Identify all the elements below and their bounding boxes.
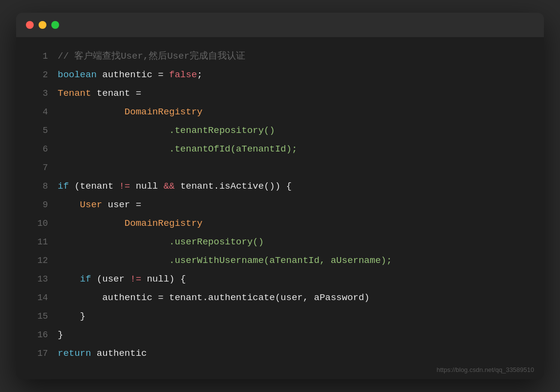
line-number: 13 <box>31 270 48 288</box>
code-token: tenant.isActive()) { <box>174 181 291 192</box>
line-number: 8 <box>31 177 48 196</box>
line-content: boolean authentic = false; <box>58 65 202 84</box>
code-token: .tenantOfId(aTenantId); <box>58 144 297 154</box>
code-token: return <box>58 348 91 359</box>
watermark: https://blog.csdn.net/qq_33589510 <box>437 366 535 373</box>
code-window: 1// 客户端查找User,然后User完成自我认证2boolean authe… <box>16 13 544 379</box>
line-content: } <box>58 307 86 326</box>
code-line: 11 .userRepository() <box>31 233 529 251</box>
code-token: (tenant <box>69 181 119 192</box>
line-number: 12 <box>31 251 48 270</box>
code-line: 9 User user = <box>31 196 529 214</box>
code-line: 2boolean authentic = false; <box>31 65 529 84</box>
line-content: Tenant tenant = <box>58 84 141 103</box>
code-token: if <box>58 181 69 192</box>
code-token: authentic <box>91 348 147 359</box>
code-token: != <box>130 274 141 284</box>
code-line: 10 DomainRegistry <box>31 214 529 233</box>
code-token: DomainRegistry <box>58 107 202 117</box>
code-line: 5 .tenantRepository() <box>31 121 529 140</box>
code-token: authentic = tenant.authenticate(user, aP… <box>58 292 370 303</box>
code-line: 14 authentic = tenant.authenticate(user,… <box>31 288 529 307</box>
code-token: .userWithUsername(aTenantId, aUsername); <box>58 255 392 266</box>
code-token: authentic = <box>97 69 169 80</box>
code-token: && <box>164 181 175 192</box>
code-token: } <box>58 329 63 340</box>
code-token: } <box>58 311 86 322</box>
line-content: // 客户端查找User,然后User完成自我认证 <box>58 47 245 65</box>
line-content: .userWithUsername(aTenantId, aUsername); <box>58 251 392 270</box>
line-content: return authentic <box>58 344 147 363</box>
line-number: 11 <box>31 233 48 251</box>
line-number: 9 <box>31 196 48 214</box>
line-number: 5 <box>31 121 48 140</box>
code-token: .tenantRepository() <box>58 125 275 136</box>
code-token: Tenant <box>58 88 91 99</box>
code-line: 13 if (user != null) { <box>31 270 529 288</box>
line-content: DomainRegistry <box>58 103 202 121</box>
close-dot[interactable] <box>26 21 34 29</box>
line-number: 4 <box>31 103 48 121</box>
code-line: 3Tenant tenant = <box>31 84 529 103</box>
code-token: boolean <box>58 69 97 80</box>
code-token: // 客户端查找User,然后User完成自我认证 <box>58 51 245 62</box>
line-number: 17 <box>31 344 48 363</box>
line-number: 10 <box>31 214 48 233</box>
code-token: (user <box>91 274 130 284</box>
code-token: tenant = <box>91 88 141 99</box>
code-token: .userRepository() <box>58 237 264 247</box>
line-number: 16 <box>31 326 48 344</box>
line-content: if (user != null) { <box>58 270 186 288</box>
code-token: ; <box>197 69 202 80</box>
code-line: 1// 客户端查找User,然后User完成自我认证 <box>31 47 529 65</box>
line-number: 2 <box>31 65 48 84</box>
code-line: 4 DomainRegistry <box>31 103 529 121</box>
line-number: 1 <box>31 47 48 65</box>
line-content: .tenantOfId(aTenantId); <box>58 140 297 158</box>
line-number: 14 <box>31 288 48 307</box>
code-token: != <box>119 181 130 192</box>
code-line: 12 .userWithUsername(aTenantId, aUsernam… <box>31 251 529 270</box>
code-token: false <box>169 69 197 80</box>
titlebar <box>16 13 544 37</box>
code-line: 7 <box>31 158 529 177</box>
line-content: .tenantRepository() <box>58 121 275 140</box>
line-number: 7 <box>31 158 48 177</box>
code-area: 1// 客户端查找User,然后User完成自我认证2boolean authe… <box>16 37 544 379</box>
code-token: if <box>58 274 91 284</box>
code-token: user = <box>102 199 141 210</box>
minimize-dot[interactable] <box>39 21 46 29</box>
line-content: .userRepository() <box>58 233 264 251</box>
code-token: null <box>130 181 163 192</box>
code-token: null) { <box>141 274 186 284</box>
line-content: if (tenant != null && tenant.isActive())… <box>58 177 292 196</box>
code-line: 15 } <box>31 307 529 326</box>
line-number: 3 <box>31 84 48 103</box>
code-line: 16} <box>31 326 529 344</box>
code-token: User <box>58 199 102 210</box>
line-content: User user = <box>58 196 141 214</box>
code-line: 8if (tenant != null && tenant.isActive()… <box>31 177 529 196</box>
code-token: DomainRegistry <box>58 218 202 229</box>
line-number: 6 <box>31 140 48 158</box>
line-content: DomainRegistry <box>58 214 202 233</box>
code-line: 6 .tenantOfId(aTenantId); <box>31 140 529 158</box>
line-number: 15 <box>31 307 48 326</box>
code-line: 17return authentic <box>31 344 529 363</box>
line-content: } <box>58 326 63 344</box>
maximize-dot[interactable] <box>51 21 59 29</box>
line-content: authentic = tenant.authenticate(user, aP… <box>58 288 370 307</box>
